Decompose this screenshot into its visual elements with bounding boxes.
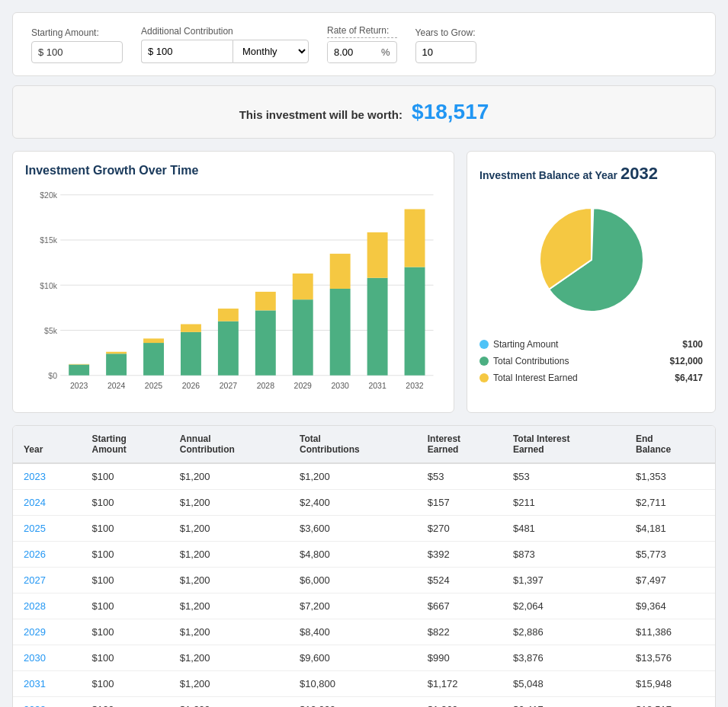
legend-item: Total Interest Earned $6,417: [479, 373, 703, 383]
table-cell: $270: [417, 516, 502, 542]
col-interest-earned: InterestEarned: [417, 426, 502, 463]
legend-label: Total Interest Earned: [493, 373, 578, 383]
table-cell: $100: [82, 645, 169, 671]
table-cell: $3,600: [289, 516, 417, 542]
pie-chart-section: Investment Balance at Year 2032 Starting…: [467, 151, 716, 413]
svg-rect-11: [69, 364, 89, 365]
bar-chart-section: Investment Growth Over Time $0$5k$10k$15…: [12, 151, 454, 413]
col-annual-contribution: AnnualContribution: [169, 426, 289, 463]
col-end-balance: EndBalance: [625, 426, 715, 463]
table-cell: $7,497: [625, 568, 715, 593]
table-cell: $12,000: [289, 697, 417, 708]
svg-rect-20: [181, 324, 201, 331]
svg-rect-26: [255, 292, 276, 310]
data-table: Year StartingAmount AnnualContribution T…: [13, 426, 715, 707]
contribution-row: Monthly Annually: [141, 40, 309, 63]
svg-text:2026: 2026: [182, 381, 200, 390]
legend-value: $6,417: [675, 373, 703, 383]
table-cell: $481: [502, 516, 625, 542]
table-cell: $2,400: [289, 490, 417, 516]
table-cell: $53: [502, 463, 625, 490]
rate-suffix: %: [381, 42, 396, 62]
table-cell: $1,397: [502, 568, 625, 593]
rate-of-return-label: Rate of Return:: [327, 25, 397, 38]
years-to-grow-input[interactable]: [415, 41, 476, 63]
pie-chart-svg: [531, 199, 653, 321]
table-cell: $1,200: [169, 568, 289, 593]
table-cell: $100: [82, 490, 169, 516]
table-cell: $1,200: [169, 490, 289, 516]
table-cell: $1,200: [169, 619, 289, 645]
inputs-section: Starting Amount: Additional Contribution…: [12, 12, 716, 76]
table-cell: $1,353: [625, 463, 715, 490]
additional-contribution-input[interactable]: [141, 40, 233, 63]
additional-contribution-group: Additional Contribution Monthly Annually: [141, 26, 309, 63]
table-cell: $1,200: [289, 463, 417, 490]
result-prefix: This investment will be worth:: [239, 108, 402, 121]
table-cell: $2,064: [502, 593, 625, 619]
result-banner: This investment will be worth: $18,517: [12, 85, 716, 139]
table-cell: $1,200: [169, 593, 289, 619]
table-row: 2029$100$1,200$8,400$822$2,886$11,386: [13, 619, 715, 645]
table-cell: 2032: [13, 697, 82, 708]
table-cell: $100: [82, 568, 169, 593]
legend-left: Starting Amount: [479, 339, 558, 350]
starting-amount-group: Starting Amount:: [31, 27, 123, 63]
table-cell: 2031: [13, 671, 82, 697]
legend-dot: [479, 340, 489, 349]
starting-amount-label: Starting Amount:: [31, 27, 123, 38]
header-row: Year StartingAmount AnnualContribution T…: [13, 426, 715, 463]
svg-text:2032: 2032: [406, 381, 423, 390]
pie-chart-title: Investment Balance at Year 2032: [479, 164, 703, 184]
frequency-select[interactable]: Monthly Annually: [233, 40, 309, 63]
svg-rect-29: [293, 274, 313, 299]
bar-chart-area: $0$5k$10k$15k$20k20232024202520262027202…: [25, 187, 441, 400]
table-header: Year StartingAmount AnnualContribution T…: [13, 426, 715, 463]
legend-item: Starting Amount $100: [479, 339, 703, 350]
additional-contribution-label: Additional Contribution: [141, 26, 309, 37]
legend-item: Total Contributions $12,000: [479, 356, 703, 366]
svg-rect-23: [218, 309, 239, 322]
svg-rect-10: [69, 364, 89, 375]
col-year: Year: [13, 426, 82, 463]
legend-value: $12,000: [670, 356, 703, 366]
svg-text:$0: $0: [48, 371, 57, 380]
rate-of-return-group: Rate of Return: %: [327, 25, 397, 63]
svg-rect-34: [367, 278, 388, 376]
years-to-grow-label: Years to Grow:: [415, 27, 476, 38]
legend-label: Total Contributions: [493, 356, 569, 366]
table-cell: $100: [82, 516, 169, 542]
svg-rect-32: [330, 254, 351, 289]
table-row: 2030$100$1,200$9,600$990$3,876$13,576: [13, 645, 715, 671]
table-cell: $1,172: [417, 671, 502, 697]
table-cell: $18,517: [625, 697, 715, 708]
table-row: 2031$100$1,200$10,800$1,172$5,048$15,948: [13, 671, 715, 697]
svg-text:2029: 2029: [294, 381, 312, 390]
table-cell: $7,200: [289, 593, 417, 619]
result-value: $18,517: [412, 100, 489, 123]
table-cell: $1,200: [169, 463, 289, 490]
svg-text:$20k: $20k: [40, 190, 57, 200]
rate-of-return-input[interactable]: [328, 42, 381, 62]
table-cell: $13,576: [625, 645, 715, 671]
bar-chart-svg: $0$5k$10k$15k$20k20232024202520262027202…: [25, 187, 441, 400]
pie-legend: Starting Amount $100 Total Contributions…: [479, 339, 703, 383]
table-cell: $2,711: [625, 490, 715, 516]
svg-rect-17: [143, 338, 164, 343]
table-cell: $1,369: [417, 697, 502, 708]
col-total-interest-earned: Total InterestEarned: [502, 426, 625, 463]
legend-left: Total Contributions: [479, 356, 569, 366]
table-cell: $8,400: [289, 619, 417, 645]
table-cell: $990: [417, 645, 502, 671]
col-total-contributions: TotalContributions: [289, 426, 417, 463]
table-cell: $100: [82, 619, 169, 645]
table-row: 2023$100$1,200$1,200$53$53$1,353: [13, 463, 715, 490]
pie-container: [479, 199, 703, 321]
table-cell: $9,600: [289, 645, 417, 671]
table-cell: $873: [502, 542, 625, 568]
starting-amount-input[interactable]: [31, 41, 123, 63]
svg-text:$10k: $10k: [40, 280, 57, 290]
table-cell: 2025: [13, 516, 82, 542]
table-cell: $524: [417, 568, 502, 593]
table-cell: $9,364: [625, 593, 715, 619]
